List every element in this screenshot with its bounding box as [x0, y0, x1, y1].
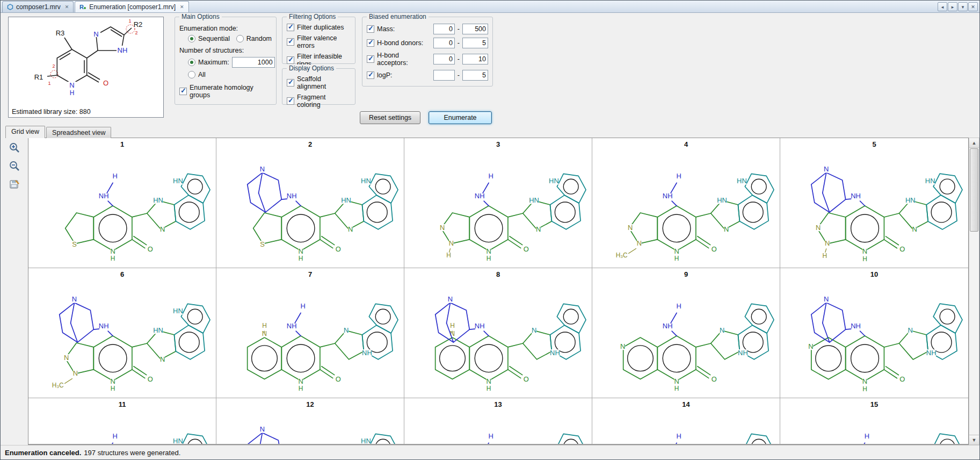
- structure-cell[interactable]: 6NHONNH₃CNHNHNNHN: [28, 268, 216, 398]
- structure-cell[interactable]: 11NHONHNHHHNNHN: [28, 398, 216, 444]
- svg-text:O: O: [899, 375, 905, 383]
- tab-composer[interactable]: composer1.mrv ✕: [2, 1, 74, 12]
- tab-enumeration-label: Enumeration [composer1.mrv]: [89, 3, 176, 11]
- all-radio[interactable]: [188, 71, 195, 78]
- structure-cell[interactable]: 4NHONNH₃CNHHHNNHN: [592, 138, 780, 268]
- filter-infeasible-rings-checkbox[interactable]: [287, 56, 294, 64]
- svg-text:N: N: [72, 295, 77, 303]
- svg-text:HN: HN: [341, 196, 351, 204]
- fragment-coloring-checkbox[interactable]: [287, 97, 294, 105]
- filter-duplicates-checkbox[interactable]: [287, 24, 294, 31]
- scaffold-structure: N H N NH O R3 R1 R2 1 2 2 1: [9, 17, 163, 103]
- structure-grid: 1NHOSNHHHNNHN2NHOSNHNHNNHN3NHONNHNHHHNNH…: [28, 138, 969, 445]
- svg-text:HN: HN: [153, 326, 163, 334]
- structure-number: 2: [216, 138, 404, 150]
- structure-cell[interactable]: 2NHOSNHNHNNHN: [216, 138, 404, 268]
- structure-cell[interactable]: 13NHONNHHNNH: [404, 398, 592, 444]
- svg-text:H: H: [487, 385, 491, 392]
- svg-text:N: N: [73, 369, 78, 377]
- logp-min-input[interactable]: [433, 70, 455, 81]
- svg-text:N: N: [908, 326, 913, 334]
- filtering-options-title: Filtering Options: [287, 13, 338, 20]
- sequential-radio[interactable]: [188, 35, 195, 42]
- mass-range-dash: -: [458, 25, 460, 33]
- tab-composer-label: composer1.mrv: [16, 3, 61, 11]
- molecule-drawing: NHONHNHHHNNHN: [28, 410, 216, 444]
- svg-text:N: N: [724, 225, 729, 233]
- structure-cell[interactable]: 10NHONNHNNNH: [780, 268, 968, 398]
- homology-groups-checkbox[interactable]: [179, 88, 187, 95]
- molecule-drawing: NHONNH₃CNHNHNNHN: [28, 280, 216, 397]
- zoom-in-button[interactable]: [7, 140, 22, 155]
- svg-text:S: S: [72, 240, 77, 248]
- maximum-radio[interactable]: [188, 59, 195, 66]
- structure-cell[interactable]: 5NHONNHNHNHNNHN: [780, 138, 968, 268]
- filter-valence-errors-checkbox[interactable]: [287, 38, 294, 46]
- tab-enumeration[interactable]: R Enumeration [composer1.mrv] ✕: [75, 1, 188, 12]
- structure-cell[interactable]: 3NHONNHNHHHNNHN: [404, 138, 592, 268]
- tab-scroll-left-icon[interactable]: ◂: [938, 2, 947, 11]
- structure-cell[interactable]: 7NHONHNHHNNH: [216, 268, 404, 398]
- tab-composer-close-icon[interactable]: ✕: [65, 4, 69, 10]
- scaffold-r2-attach1: 1: [128, 18, 131, 24]
- maximum-count-input[interactable]: [232, 57, 275, 68]
- svg-text:O: O: [712, 375, 717, 383]
- random-radio[interactable]: [236, 35, 244, 42]
- hbond-donors-max-input[interactable]: [462, 38, 488, 48]
- scroll-up-icon[interactable]: ▲: [969, 138, 979, 148]
- svg-text:HN: HN: [549, 177, 559, 185]
- scaffold-r1-attach2: 2: [52, 63, 55, 69]
- structure-cell[interactable]: 9NHONNHHNNH: [592, 268, 780, 398]
- reset-settings-button[interactable]: Reset settings: [360, 111, 420, 124]
- mass-min-input[interactable]: [433, 24, 455, 34]
- hbond-acceptors-min-input[interactable]: [433, 54, 455, 64]
- molecule-drawing: NHONNHNNNH: [780, 280, 968, 397]
- svg-text:H: H: [112, 172, 117, 180]
- molecule-drawing: NHONHNHNNNH: [404, 280, 592, 397]
- scaffold-alignment-checkbox[interactable]: [287, 79, 294, 87]
- zoom-out-button[interactable]: [7, 159, 22, 174]
- scaffold-preview: N H N NH O R3 R1 R2 1 2 2 1 Estimated li…: [8, 17, 164, 118]
- panel-close-icon[interactable]: ✕: [968, 2, 978, 11]
- mass-max-input[interactable]: [462, 24, 488, 34]
- molecule-drawing: NHONNHHNNH: [404, 410, 592, 444]
- enumeration-mode-label: Enumeration mode:: [179, 25, 272, 32]
- scaffold-alignment-label: Scaffold alignment: [297, 75, 351, 90]
- tab-enumeration-close-icon[interactable]: ✕: [180, 4, 184, 10]
- svg-text:N: N: [448, 295, 453, 303]
- svg-text:S: S: [260, 240, 265, 248]
- structure-cell[interactable]: 12NHONHNHNHNNHN: [216, 398, 404, 444]
- scrollbar-thumb[interactable]: [970, 148, 978, 232]
- tab-spreadsheet-view[interactable]: Spreadsheet view: [46, 127, 111, 138]
- structure-number: 8: [404, 268, 592, 280]
- logp-max-input[interactable]: [462, 70, 488, 81]
- hbond-acceptors-max-input[interactable]: [462, 54, 488, 64]
- svg-text:HN: HN: [925, 177, 935, 185]
- grid-scrollbar[interactable]: ▲ ▼: [969, 138, 979, 445]
- mass-checkbox[interactable]: [367, 25, 374, 33]
- svg-text:NH: NH: [851, 192, 861, 200]
- structure-cell[interactable]: 8NHONHNHNNNH: [404, 268, 592, 398]
- structure-cell[interactable]: 15NHONNHHNNH: [780, 398, 968, 444]
- structure-number: 13: [404, 398, 592, 410]
- svg-text:HN: HN: [173, 177, 183, 185]
- random-label: Random: [246, 35, 272, 42]
- svg-text:O: O: [148, 375, 153, 383]
- scroll-down-icon[interactable]: ▼: [969, 435, 979, 444]
- hbond-donors-checkbox[interactable]: [367, 39, 374, 47]
- structure-cell[interactable]: 14NHONNHHNNH: [592, 398, 780, 444]
- tab-grid-view[interactable]: Grid view: [5, 126, 45, 138]
- save-structures-button[interactable]: [7, 177, 22, 192]
- structure-cell[interactable]: 1NHOSNHHHNNHN: [28, 138, 216, 268]
- structure-number: 9: [592, 268, 780, 280]
- svg-text:N: N: [486, 377, 491, 385]
- hbond-acceptors-checkbox[interactable]: [367, 55, 374, 63]
- hbond-donors-min-input[interactable]: [433, 38, 455, 48]
- svg-text:HN: HN: [361, 177, 371, 185]
- logp-checkbox[interactable]: [367, 71, 374, 79]
- biased-enumeration-group: Biased enumeration Mass: - H-bond donors…: [362, 17, 493, 87]
- enumerate-button[interactable]: Enumerate: [429, 111, 492, 124]
- tab-list-icon[interactable]: ▾: [958, 2, 968, 11]
- tab-scroll-right-icon[interactable]: ▸: [948, 2, 957, 11]
- svg-text:HN: HN: [361, 437, 371, 444]
